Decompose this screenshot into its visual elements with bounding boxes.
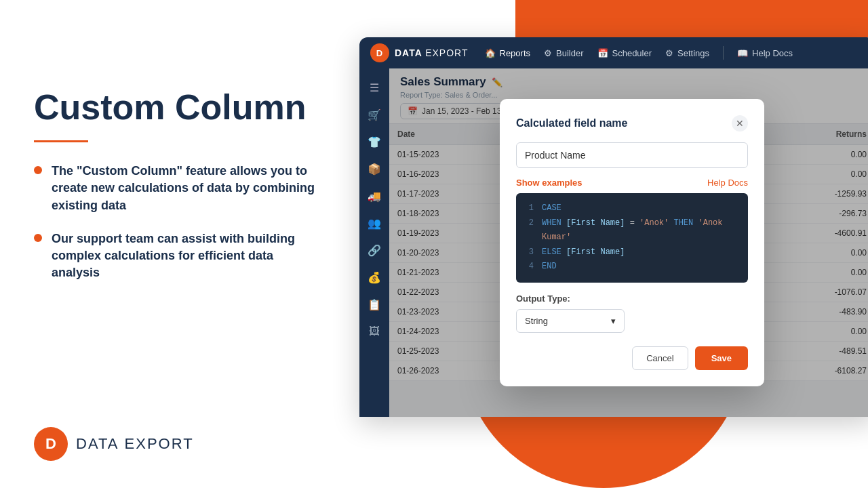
modal-header: Calculated field name ✕ (516, 115, 748, 131)
modal-close-button[interactable]: ✕ (732, 115, 748, 131)
nav-items: 🏠 Reports ⚙ Builder 📅 Scheduler ⚙ Settin… (485, 46, 865, 60)
modal-actions: Cancel Save (516, 346, 748, 370)
nav-help-docs[interactable]: 📖 Help Docs (737, 48, 793, 58)
sidebar-clothing-icon[interactable]: 👕 (363, 131, 385, 152)
logo-label: DATA EXPORT (76, 435, 194, 453)
bullet-dot-1 (34, 166, 42, 174)
nav-item-builder[interactable]: ⚙ Builder (544, 48, 583, 58)
bullet-item-2: Our support team can assist with buildin… (34, 230, 319, 282)
app-body: ☰ 🛒 👕 📦 🚚 👥 🔗 💰 📋 🖼 Sales Summary ✏️ Rep… (359, 68, 868, 417)
nav-item-settings[interactable]: ⚙ Settings (665, 48, 709, 58)
cancel-button[interactable]: Cancel (632, 346, 688, 370)
app-main: Sales Summary ✏️ Report Type: Sales & Or… (389, 68, 868, 417)
code-line-1: 1 CASE (524, 201, 740, 216)
home-icon: 🏠 (485, 48, 496, 58)
sidebar-image-icon[interactable]: 🖼 (363, 321, 385, 342)
sidebar-cart-icon[interactable]: 🛒 (363, 104, 385, 125)
examples-row: Show examples Help Docs (516, 178, 748, 188)
main-title: Custom Column (34, 88, 319, 127)
sidebar-users-icon[interactable]: 👥 (363, 212, 385, 234)
chevron-down-icon: ▾ (611, 316, 616, 326)
sidebar-link-icon[interactable]: 🔗 (363, 239, 385, 261)
code-line-2: 2 WHEN [First Name] = 'Anok' THEN 'Anok … (524, 216, 740, 245)
modal-dialog: Calculated field name ✕ Show examples He… (500, 99, 764, 386)
field-name-input[interactable] (516, 142, 748, 168)
code-editor[interactable]: 1 CASE 2 WHEN [First Name] = 'Anok' THEN… (516, 193, 748, 283)
scheduler-icon: 📅 (597, 48, 608, 58)
nav-item-reports[interactable]: 🏠 Reports (485, 48, 531, 58)
bottom-logo: D DATA EXPORT (34, 427, 194, 461)
settings-icon: ⚙ (665, 48, 673, 58)
modal-overlay: Calculated field name ✕ Show examples He… (389, 68, 868, 417)
app-window: D DATA EXPORT 🏠 Reports ⚙ Builder 📅 Sche… (359, 37, 868, 417)
app-logo-icon: D (370, 43, 389, 62)
help-docs-link[interactable]: Help Docs (707, 178, 748, 188)
bullet-list: The "Custom Column" feature allows you t… (34, 163, 319, 281)
output-type-label: Output Type: (516, 293, 748, 304)
sidebar-truck-icon[interactable]: 🚚 (363, 185, 385, 207)
show-examples-link[interactable]: Show examples (516, 178, 583, 188)
bullet-dot-2 (34, 234, 42, 242)
left-panel: Custom Column The "Custom Column" featur… (34, 88, 319, 298)
bullet-item-1: The "Custom Column" feature allows you t… (34, 163, 319, 214)
code-line-3: 3 ELSE [First Name] (524, 245, 740, 260)
nav-divider (723, 46, 724, 60)
sidebar-box-icon[interactable]: 📦 (363, 158, 385, 180)
code-line-4: 4 END (524, 260, 740, 274)
logo-icon: D (34, 427, 68, 461)
sidebar-menu-icon[interactable]: ☰ (363, 77, 385, 98)
sidebar-money-icon[interactable]: 💰 (363, 266, 385, 288)
title-underline (34, 140, 88, 142)
builder-icon: ⚙ (544, 48, 552, 58)
app-navbar: D DATA EXPORT 🏠 Reports ⚙ Builder 📅 Sche… (359, 37, 868, 68)
save-button[interactable]: Save (695, 346, 748, 370)
nav-item-scheduler[interactable]: 📅 Scheduler (597, 48, 652, 58)
sidebar-clipboard-icon[interactable]: 📋 (363, 293, 385, 315)
help-icon: 📖 (737, 48, 748, 58)
modal-title: Calculated field name (516, 117, 628, 129)
app-sidebar: ☰ 🛒 👕 📦 🚚 👥 🔗 💰 📋 🖼 (359, 68, 389, 417)
output-type-select[interactable]: String ▾ (516, 309, 625, 333)
app-logo: D DATA EXPORT (370, 43, 469, 62)
